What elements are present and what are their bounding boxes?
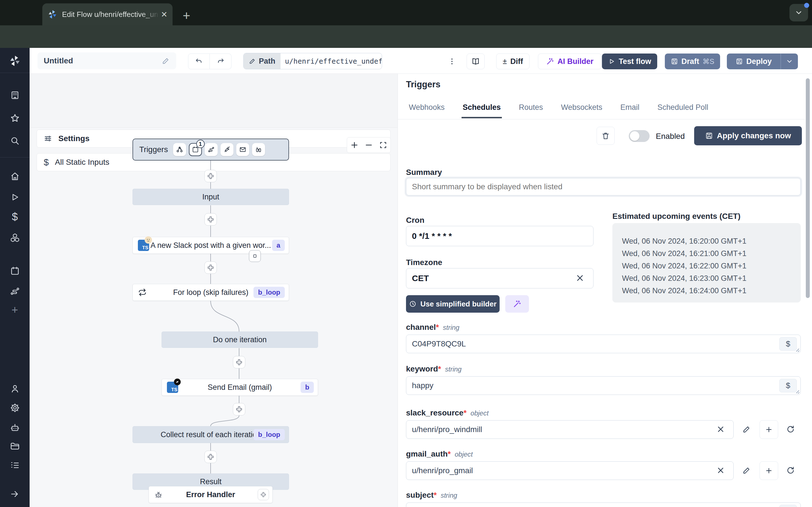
websocket-trigger-icon[interactable] bbox=[220, 143, 234, 156]
sidebar-item-user-icon[interactable] bbox=[0, 381, 30, 397]
test-flow-button[interactable]: Test flow bbox=[602, 54, 657, 69]
slack-resource-input[interactable] bbox=[406, 420, 733, 439]
tab-email[interactable]: Email bbox=[619, 103, 641, 118]
insert-variable-dollar-button[interactable]: $ bbox=[779, 337, 797, 351]
apply-changes-button[interactable]: Apply changes now bbox=[694, 126, 802, 145]
email-trigger-icon[interactable] bbox=[236, 143, 249, 156]
graph-input-node[interactable]: Input bbox=[133, 189, 289, 205]
redo-button[interactable] bbox=[210, 54, 232, 69]
tab-websockets[interactable]: Websockets bbox=[560, 103, 604, 118]
windmill-logo[interactable] bbox=[0, 53, 30, 69]
sidebar-item-ai-robot-icon[interactable] bbox=[0, 420, 30, 436]
docs-book-button[interactable] bbox=[467, 54, 485, 69]
insert-step-button[interactable] bbox=[204, 213, 217, 226]
undo-button[interactable] bbox=[188, 54, 210, 69]
summary-input[interactable] bbox=[406, 178, 801, 195]
sidebar-item-search-icon[interactable] bbox=[0, 133, 30, 149]
add-resource-button[interactable] bbox=[760, 420, 778, 439]
clear-resource-icon[interactable] bbox=[716, 466, 725, 475]
tab-routes[interactable]: Routes bbox=[518, 103, 544, 118]
browser-tab[interactable]: Edit Flow u/henri/effective_un ✕ bbox=[42, 3, 172, 25]
insert-step-button[interactable] bbox=[233, 403, 245, 415]
schedule-trigger-icon[interactable]: 1 bbox=[189, 143, 202, 156]
subject-input[interactable] bbox=[406, 503, 801, 507]
fit-view-button[interactable] bbox=[376, 137, 391, 153]
graph-send-email-node[interactable]: TS Send Email (gmail) b bbox=[161, 379, 318, 396]
new-tab-button[interactable]: + bbox=[183, 8, 190, 23]
loop-icon bbox=[138, 288, 147, 297]
refresh-resource-icon[interactable] bbox=[786, 466, 795, 475]
edit-resource-pencil-icon[interactable] bbox=[742, 466, 751, 475]
gmail-auth-input[interactable] bbox=[406, 461, 733, 480]
graph-collect-result-node[interactable]: Collect result of each iteration b_loop bbox=[133, 426, 289, 443]
insert-variable-dollar-button[interactable]: $ bbox=[779, 505, 797, 507]
tab-webhooks[interactable]: Webhooks bbox=[408, 103, 446, 118]
more-options-kebab-icon[interactable] bbox=[446, 56, 458, 67]
sidebar-item-routes-icon[interactable] bbox=[0, 283, 30, 299]
sidebar-item-schedules-calendar-icon[interactable] bbox=[0, 263, 30, 279]
insert-variable-dollar-button[interactable]: $ bbox=[779, 379, 797, 392]
sidebar-item-add-plus-icon[interactable]: + bbox=[0, 302, 30, 318]
tab-schedules[interactable]: Schedules bbox=[462, 103, 502, 118]
sidebar-expand-arrow-icon[interactable] bbox=[0, 486, 30, 502]
field-label-slack-resource: slack_resource*object bbox=[406, 408, 489, 417]
graph-triggers-node[interactable]: Triggers 1 bbox=[133, 138, 289, 161]
sidebar-item-resources-cubes-icon[interactable] bbox=[0, 230, 30, 245]
insert-step-button[interactable] bbox=[204, 451, 217, 463]
tab-search-chevron-button[interactable] bbox=[790, 4, 808, 21]
sidebar-item-folders-icon[interactable] bbox=[0, 438, 30, 454]
sidebar-item-workers-list-icon[interactable] bbox=[0, 457, 30, 473]
edit-name-pencil-icon[interactable] bbox=[161, 57, 170, 65]
panel-scrollbar-thumb[interactable] bbox=[806, 78, 810, 298]
cron-input[interactable] bbox=[406, 226, 594, 246]
sidebar-item-home-icon[interactable] bbox=[0, 168, 30, 184]
route-trigger-icon[interactable] bbox=[205, 143, 218, 156]
sidebar-item-workspace[interactable] bbox=[0, 87, 30, 103]
path-value-input[interactable]: u/henri/effective_undef bbox=[281, 53, 382, 69]
diff-button[interactable]: ± Diff bbox=[496, 54, 529, 69]
channel-input[interactable] bbox=[406, 335, 801, 353]
graph-slack-step-node[interactable]: TS A new Slack post with a given wor... … bbox=[133, 237, 289, 254]
sidebar-item-favorites-star-icon[interactable] bbox=[0, 110, 30, 126]
field-label-keyword: keyword*string bbox=[406, 364, 462, 374]
delete-schedule-button[interactable] bbox=[597, 127, 615, 145]
ai-builder-button[interactable]: AI Builder bbox=[538, 54, 602, 69]
timezone-input[interactable] bbox=[406, 268, 594, 288]
sidebar-item-settings-gear-icon[interactable] bbox=[0, 400, 30, 416]
deploy-button[interactable]: Deploy bbox=[727, 54, 798, 69]
edge bbox=[210, 226, 211, 237]
sidebar-item-runs-play-icon[interactable] bbox=[0, 189, 30, 205]
insert-step-button[interactable] bbox=[204, 262, 217, 274]
tab-close-icon[interactable]: ✕ bbox=[161, 10, 167, 19]
flow-name-box[interactable]: Untitled bbox=[38, 52, 176, 69]
flow-graph-canvas[interactable] bbox=[30, 127, 398, 507]
clear-resource-icon[interactable] bbox=[716, 425, 725, 434]
graph-do-one-iteration-node[interactable]: Do one iteration bbox=[161, 332, 318, 348]
scheduled-poll-trigger-icon[interactable] bbox=[252, 143, 265, 156]
tab-scheduled-poll[interactable]: Scheduled Poll bbox=[656, 103, 709, 118]
resize-handle-icon[interactable] bbox=[795, 347, 800, 352]
simplified-builder-button[interactable]: Use simplified builder bbox=[406, 295, 500, 313]
edit-resource-pencil-icon[interactable] bbox=[742, 425, 751, 434]
clear-timezone-icon[interactable] bbox=[575, 273, 585, 283]
zoom-in-button[interactable] bbox=[347, 137, 361, 153]
deploy-dropdown-chevron[interactable] bbox=[781, 58, 798, 65]
insert-step-button[interactable] bbox=[233, 356, 245, 369]
keyword-input[interactable] bbox=[406, 376, 801, 395]
resize-handle-icon[interactable] bbox=[795, 389, 800, 394]
settings-label: Settings bbox=[58, 134, 89, 143]
enabled-toggle[interactable] bbox=[629, 130, 650, 142]
webhook-trigger-icon[interactable] bbox=[173, 143, 186, 156]
draft-button[interactable]: Draft ⌘S bbox=[665, 54, 720, 69]
insert-step-button[interactable] bbox=[204, 170, 217, 182]
flow-path-group[interactable]: Path u/henri/effective_undef bbox=[243, 53, 382, 69]
zoom-out-button[interactable] bbox=[361, 137, 376, 153]
graph-error-handler-node[interactable]: Error Handler bbox=[149, 486, 273, 503]
add-resource-button[interactable] bbox=[760, 461, 778, 480]
add-error-handler-button[interactable] bbox=[258, 489, 269, 500]
early-stop-button[interactable] bbox=[249, 250, 261, 262]
graph-forloop-node[interactable]: For loop (skip failures) b_loop bbox=[133, 284, 289, 301]
sidebar-item-variables-dollar-icon[interactable]: $ bbox=[0, 209, 30, 225]
ai-cron-wand-button[interactable] bbox=[505, 295, 529, 313]
refresh-resource-icon[interactable] bbox=[786, 425, 795, 434]
